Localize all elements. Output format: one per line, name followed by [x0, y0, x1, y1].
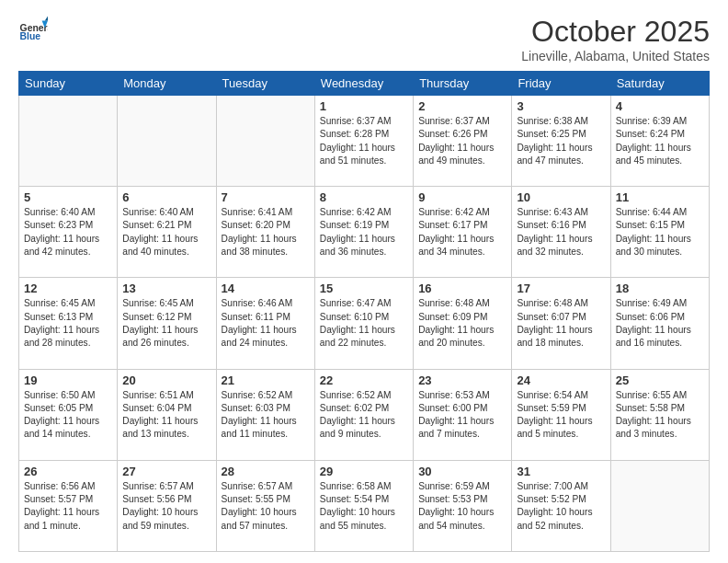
cell-info: Sunrise: 6:45 AM Sunset: 6:13 PM Dayligh…	[24, 297, 112, 350]
cell-info: Sunrise: 6:45 AM Sunset: 6:12 PM Dayligh…	[122, 297, 210, 350]
day-number: 4	[616, 99, 704, 113]
col-header-monday: Monday	[118, 72, 216, 96]
day-number: 6	[122, 190, 210, 204]
day-number: 30	[418, 465, 506, 478]
day-number: 26	[24, 465, 112, 478]
calendar-cell: 29Sunrise: 6:58 AM Sunset: 5:54 PM Dayli…	[314, 460, 413, 551]
calendar-cell: 27Sunrise: 6:57 AM Sunset: 5:56 PM Dayli…	[118, 460, 216, 551]
calendar-cell: 12Sunrise: 6:45 AM Sunset: 6:13 PM Dayli…	[19, 278, 118, 369]
cell-info: Sunrise: 6:52 AM Sunset: 6:02 PM Dayligh…	[320, 389, 408, 442]
day-number: 11	[616, 190, 704, 204]
cell-info: Sunrise: 6:39 AM Sunset: 6:24 PM Dayligh…	[616, 115, 704, 167]
day-number: 15	[320, 282, 408, 295]
day-number: 3	[517, 99, 605, 113]
calendar-cell: 26Sunrise: 6:56 AM Sunset: 5:57 PM Dayli…	[19, 460, 118, 551]
cell-info: Sunrise: 6:58 AM Sunset: 5:54 PM Dayligh…	[320, 480, 408, 533]
day-number: 7	[222, 190, 310, 204]
cell-info: Sunrise: 6:56 AM Sunset: 5:57 PM Dayligh…	[24, 480, 112, 533]
cell-info: Sunrise: 6:59 AM Sunset: 5:53 PM Dayligh…	[418, 480, 506, 533]
calendar-cell: 23Sunrise: 6:53 AM Sunset: 6:00 PM Dayli…	[414, 369, 512, 460]
svg-text:Blue: Blue	[20, 31, 41, 41]
calendar-cell: 13Sunrise: 6:45 AM Sunset: 6:12 PM Dayli…	[118, 278, 216, 369]
cell-info: Sunrise: 6:42 AM Sunset: 6:17 PM Dayligh…	[418, 206, 506, 259]
calendar-cell: 11Sunrise: 6:44 AM Sunset: 6:15 PM Dayli…	[610, 187, 709, 278]
day-number: 14	[222, 282, 310, 295]
title-block: October 2025 Lineville, Alabama, United …	[521, 15, 710, 63]
day-number: 31	[517, 465, 605, 478]
cell-info: Sunrise: 6:44 AM Sunset: 6:15 PM Dayligh…	[616, 206, 704, 259]
col-header-tuesday: Tuesday	[216, 72, 314, 96]
calendar-cell	[118, 96, 216, 187]
cell-info: Sunrise: 6:53 AM Sunset: 6:00 PM Dayligh…	[418, 389, 506, 442]
day-number: 13	[122, 282, 210, 295]
cell-info: Sunrise: 6:52 AM Sunset: 6:03 PM Dayligh…	[222, 389, 310, 442]
day-number: 24	[517, 373, 605, 387]
day-number: 19	[24, 373, 112, 387]
cell-info: Sunrise: 6:49 AM Sunset: 6:06 PM Dayligh…	[616, 297, 704, 350]
calendar-cell: 4Sunrise: 6:39 AM Sunset: 6:24 PM Daylig…	[610, 96, 709, 187]
calendar-cell: 6Sunrise: 6:40 AM Sunset: 6:21 PM Daylig…	[118, 187, 216, 278]
calendar-cell: 15Sunrise: 6:47 AM Sunset: 6:10 PM Dayli…	[314, 278, 413, 369]
cell-info: Sunrise: 6:47 AM Sunset: 6:10 PM Dayligh…	[320, 297, 408, 350]
cell-info: Sunrise: 6:55 AM Sunset: 5:58 PM Dayligh…	[616, 389, 704, 442]
cell-info: Sunrise: 6:57 AM Sunset: 5:56 PM Dayligh…	[122, 480, 210, 533]
calendar-cell: 25Sunrise: 6:55 AM Sunset: 5:58 PM Dayli…	[610, 369, 709, 460]
day-number: 10	[517, 190, 605, 204]
calendar-cell: 21Sunrise: 6:52 AM Sunset: 6:03 PM Dayli…	[216, 369, 314, 460]
day-number: 21	[222, 373, 310, 387]
day-number: 22	[320, 373, 408, 387]
day-number: 1	[320, 99, 408, 113]
calendar-cell: 19Sunrise: 6:50 AM Sunset: 6:05 PM Dayli…	[19, 369, 118, 460]
cell-info: Sunrise: 6:51 AM Sunset: 6:04 PM Dayligh…	[122, 389, 210, 442]
cell-info: Sunrise: 6:57 AM Sunset: 5:55 PM Dayligh…	[222, 480, 310, 533]
cell-info: Sunrise: 6:48 AM Sunset: 6:09 PM Dayligh…	[418, 297, 506, 350]
day-number: 29	[320, 465, 408, 478]
cell-info: Sunrise: 6:43 AM Sunset: 6:16 PM Dayligh…	[517, 206, 605, 259]
day-number: 20	[122, 373, 210, 387]
calendar-cell: 18Sunrise: 6:49 AM Sunset: 6:06 PM Dayli…	[610, 278, 709, 369]
calendar-cell: 1Sunrise: 6:37 AM Sunset: 6:28 PM Daylig…	[314, 96, 413, 187]
calendar-cell: 2Sunrise: 6:37 AM Sunset: 6:26 PM Daylig…	[414, 96, 512, 187]
col-header-friday: Friday	[512, 72, 610, 96]
calendar-cell: 22Sunrise: 6:52 AM Sunset: 6:02 PM Dayli…	[314, 369, 413, 460]
location: Lineville, Alabama, United States	[521, 49, 710, 63]
calendar-cell: 20Sunrise: 6:51 AM Sunset: 6:04 PM Dayli…	[118, 369, 216, 460]
calendar-table: SundayMondayTuesdayWednesdayThursdayFrid…	[18, 71, 710, 552]
calendar-cell: 24Sunrise: 6:54 AM Sunset: 5:59 PM Dayli…	[512, 369, 610, 460]
page-header: General Blue October 2025 Lineville, Ala…	[18, 15, 710, 63]
cell-info: Sunrise: 6:54 AM Sunset: 5:59 PM Dayligh…	[517, 389, 605, 442]
col-header-wednesday: Wednesday	[314, 72, 413, 96]
cell-info: Sunrise: 6:37 AM Sunset: 6:26 PM Dayligh…	[418, 115, 506, 167]
day-number: 5	[24, 190, 112, 204]
cell-info: Sunrise: 6:46 AM Sunset: 6:11 PM Dayligh…	[222, 297, 310, 350]
day-number: 27	[122, 465, 210, 478]
cell-info: Sunrise: 6:41 AM Sunset: 6:20 PM Dayligh…	[222, 206, 310, 259]
calendar-cell: 7Sunrise: 6:41 AM Sunset: 6:20 PM Daylig…	[216, 187, 314, 278]
day-number: 16	[418, 282, 506, 295]
col-header-thursday: Thursday	[414, 72, 512, 96]
calendar-cell: 31Sunrise: 7:00 AM Sunset: 5:52 PM Dayli…	[512, 460, 610, 551]
col-header-saturday: Saturday	[610, 72, 709, 96]
cell-info: Sunrise: 7:00 AM Sunset: 5:52 PM Dayligh…	[517, 480, 605, 533]
calendar-cell: 3Sunrise: 6:38 AM Sunset: 6:25 PM Daylig…	[512, 96, 610, 187]
calendar-cell	[216, 96, 314, 187]
cell-info: Sunrise: 6:38 AM Sunset: 6:25 PM Dayligh…	[517, 115, 605, 167]
logo: General Blue	[18, 15, 48, 44]
day-number: 9	[418, 190, 506, 204]
calendar-cell: 5Sunrise: 6:40 AM Sunset: 6:23 PM Daylig…	[19, 187, 118, 278]
col-header-sunday: Sunday	[19, 72, 118, 96]
calendar-cell	[610, 460, 709, 551]
month-title: October 2025	[521, 15, 710, 49]
cell-info: Sunrise: 6:40 AM Sunset: 6:23 PM Dayligh…	[24, 206, 112, 259]
logo-icon: General Blue	[18, 15, 48, 44]
cell-info: Sunrise: 6:48 AM Sunset: 6:07 PM Dayligh…	[517, 297, 605, 350]
day-number: 8	[320, 190, 408, 204]
calendar-cell: 14Sunrise: 6:46 AM Sunset: 6:11 PM Dayli…	[216, 278, 314, 369]
calendar-cell: 28Sunrise: 6:57 AM Sunset: 5:55 PM Dayli…	[216, 460, 314, 551]
calendar-cell: 16Sunrise: 6:48 AM Sunset: 6:09 PM Dayli…	[414, 278, 512, 369]
day-number: 17	[517, 282, 605, 295]
calendar-cell: 9Sunrise: 6:42 AM Sunset: 6:17 PM Daylig…	[414, 187, 512, 278]
calendar-cell: 10Sunrise: 6:43 AM Sunset: 6:16 PM Dayli…	[512, 187, 610, 278]
svg-marker-3	[45, 17, 48, 21]
day-number: 18	[616, 282, 704, 295]
